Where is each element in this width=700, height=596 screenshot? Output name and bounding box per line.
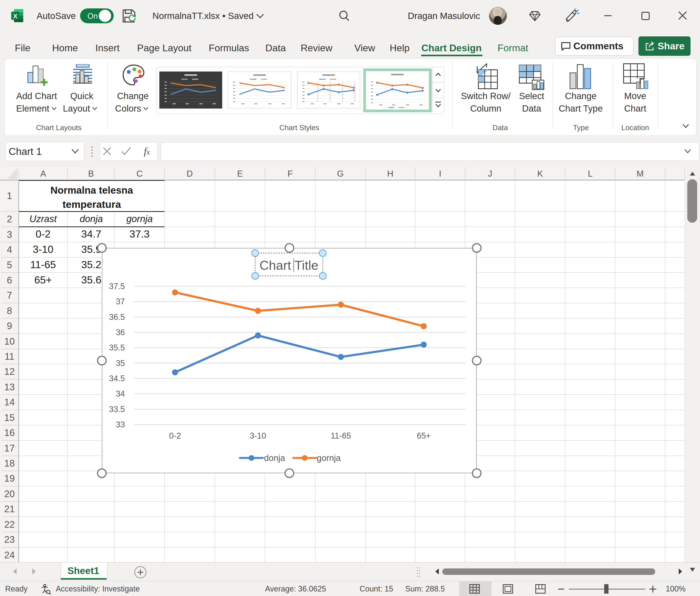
svg-text:3-10: 3-10 xyxy=(33,244,53,255)
svg-text:A: A xyxy=(40,169,46,178)
svg-text:24: 24 xyxy=(4,550,15,560)
svg-text:5: 5 xyxy=(7,259,12,270)
svg-text:22: 22 xyxy=(4,519,15,530)
svg-text:K: K xyxy=(537,169,543,178)
svg-text:18: 18 xyxy=(4,458,15,469)
svg-text:4: 4 xyxy=(7,244,12,255)
svg-text:J: J xyxy=(488,169,492,178)
svg-text:37.3: 37.3 xyxy=(129,228,150,240)
svg-text:E: E xyxy=(237,169,243,178)
svg-text:donja: donja xyxy=(80,214,103,224)
svg-text:Normalna telesna: Normalna telesna xyxy=(50,184,133,196)
svg-text:6: 6 xyxy=(7,275,12,285)
svg-text:8: 8 xyxy=(7,305,12,316)
svg-text:11-65: 11-65 xyxy=(30,259,56,270)
svg-text:C: C xyxy=(136,169,143,178)
svg-text:15: 15 xyxy=(4,412,15,423)
svg-text:17: 17 xyxy=(4,443,15,453)
svg-text:7: 7 xyxy=(7,290,12,300)
svg-text:34.7: 34.7 xyxy=(81,228,101,240)
svg-text:10: 10 xyxy=(4,336,15,347)
svg-text:M: M xyxy=(637,169,644,178)
svg-text:H: H xyxy=(387,169,393,178)
svg-text:3: 3 xyxy=(7,229,12,240)
svg-text:11: 11 xyxy=(4,351,15,362)
svg-text:13: 13 xyxy=(4,382,15,392)
svg-text:16: 16 xyxy=(4,427,15,438)
svg-text:65+: 65+ xyxy=(34,274,52,285)
svg-text:D: D xyxy=(187,169,193,178)
svg-text:9: 9 xyxy=(7,321,12,331)
svg-text:gornja: gornja xyxy=(126,214,153,224)
svg-text:23: 23 xyxy=(4,534,15,545)
svg-text:B: B xyxy=(88,169,94,178)
svg-text:X: X xyxy=(13,13,18,20)
svg-text:12: 12 xyxy=(4,366,15,377)
svg-text:F: F xyxy=(287,169,293,178)
svg-text:1: 1 xyxy=(7,191,12,201)
svg-text:21: 21 xyxy=(4,504,15,514)
svg-text:2: 2 xyxy=(7,214,12,224)
svg-text:G: G xyxy=(337,169,344,178)
svg-text:I: I xyxy=(439,169,441,178)
svg-text:19: 19 xyxy=(4,473,15,483)
svg-text:14: 14 xyxy=(4,397,15,407)
svg-text:Uzrast: Uzrast xyxy=(29,214,57,224)
svg-text:L: L xyxy=(588,169,593,178)
svg-text:temperatura: temperatura xyxy=(62,199,121,210)
svg-text:20: 20 xyxy=(4,489,15,499)
svg-text:0-2: 0-2 xyxy=(35,228,50,240)
